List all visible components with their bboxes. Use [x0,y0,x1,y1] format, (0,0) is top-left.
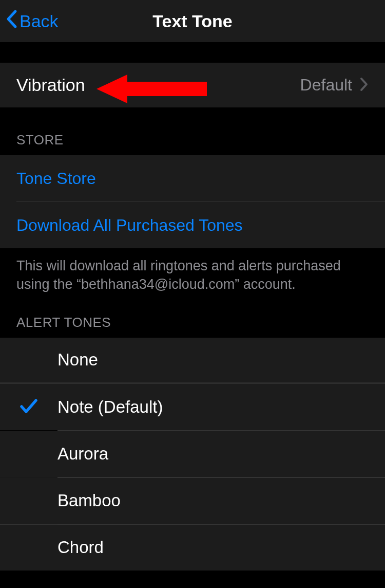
tone-label: Aurora [57,444,369,464]
tone-label: Note (Default) [57,397,369,417]
vibration-value: Default [300,76,352,95]
chevron-left-icon [5,9,17,33]
tone-label: Bamboo [57,491,369,510]
store-group: Tone Store Download All Purchased Tones [0,155,385,248]
download-all-row[interactable]: Download All Purchased Tones [0,202,385,248]
tone-label: None [57,350,369,370]
alert-tones-group: None Note (Default) Aurora Bamboo Chord [0,338,385,571]
navbar: Back Text Tone [0,0,385,45]
checkmark-icon [20,397,38,417]
back-button[interactable]: Back [5,9,59,33]
tone-row-note[interactable]: Note (Default) [0,384,385,430]
download-all-label: Download All Purchased Tones [16,216,243,235]
tone-row-chord[interactable]: Chord [0,524,385,571]
check-slot [0,397,57,417]
alert-tones-header: ALERT TONES [0,294,385,338]
store-footer: This will download all ringtones and ale… [0,248,385,294]
store-header: STORE [0,107,385,155]
vibration-label: Vibration [16,75,300,95]
chevron-right-icon [359,77,369,94]
tone-row-aurora[interactable]: Aurora [0,431,385,477]
back-label: Back [20,11,59,31]
tone-store-label: Tone Store [16,169,96,188]
tone-row-none[interactable]: None [0,338,385,384]
vibration-row[interactable]: Vibration Default [0,63,385,107]
tone-row-bamboo[interactable]: Bamboo [0,477,385,524]
tone-store-row[interactable]: Tone Store [0,155,385,201]
tone-label: Chord [57,538,369,557]
